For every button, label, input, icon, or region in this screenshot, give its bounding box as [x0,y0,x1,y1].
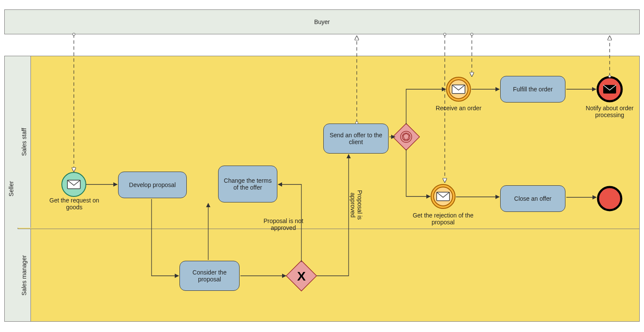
task-consider-proposal: Consider the proposal [179,261,240,291]
label-notify: Notify about order processing [580,105,640,118]
label-approved: Proposal is approved [355,177,363,233]
pool-buyer: Buyer [4,9,640,34]
task-change-terms: Change the terms of the offer [218,166,277,202]
task-develop-proposal: Develop proposal [118,172,187,198]
task-send-offer: Send an offer to the client [323,124,389,154]
label-get-rejection: Get the rejection of the proposal [405,212,481,226]
pool-seller-header: Seller [5,56,18,321]
task-close-offer: Close an offer [500,185,565,212]
lane-sales-manager: Sales manager [18,229,639,321]
lane-sales-manager-header: Sales manager [18,229,31,321]
label-not-approved: Proposal is not approved [253,217,313,231]
task-fulfill-order: Fulfill the order [500,76,565,103]
bpmn-diagram: Buyer Seller Sales staff Sales manager D… [0,0,644,332]
label-receive-order: Receive an order [435,105,482,112]
pool-buyer-label: Buyer [5,18,639,25]
lane-sales-staff-header: Sales staff [18,56,31,228]
label-get-request: Get the request on goods [42,197,106,211]
